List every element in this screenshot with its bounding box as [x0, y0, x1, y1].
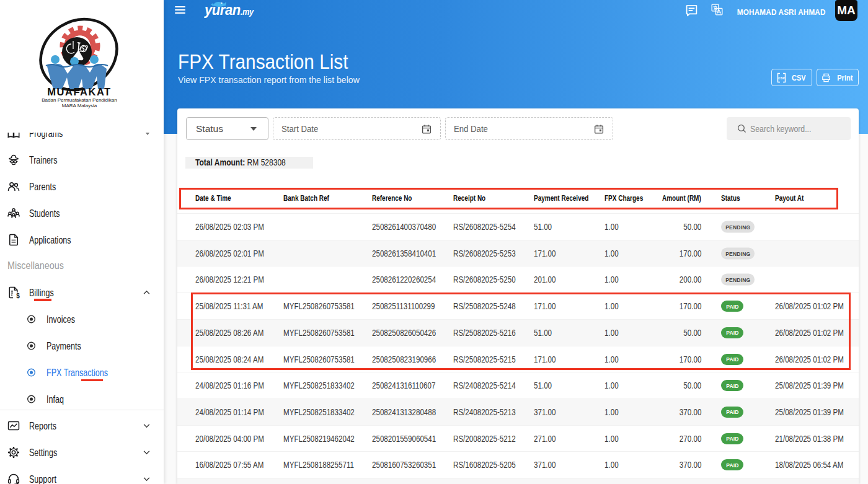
svg-text:MUAFAKAT: MUAFAKAT — [47, 86, 111, 97]
svg-text:MARA Malaysia: MARA Malaysia — [62, 103, 97, 108]
svg-text:csv: csv — [778, 76, 785, 80]
svg-text:Badan Permuafakatan Pendidikan: Badan Permuafakatan Pendidikan — [42, 97, 117, 103]
svg-text:$: $ — [16, 292, 20, 299]
